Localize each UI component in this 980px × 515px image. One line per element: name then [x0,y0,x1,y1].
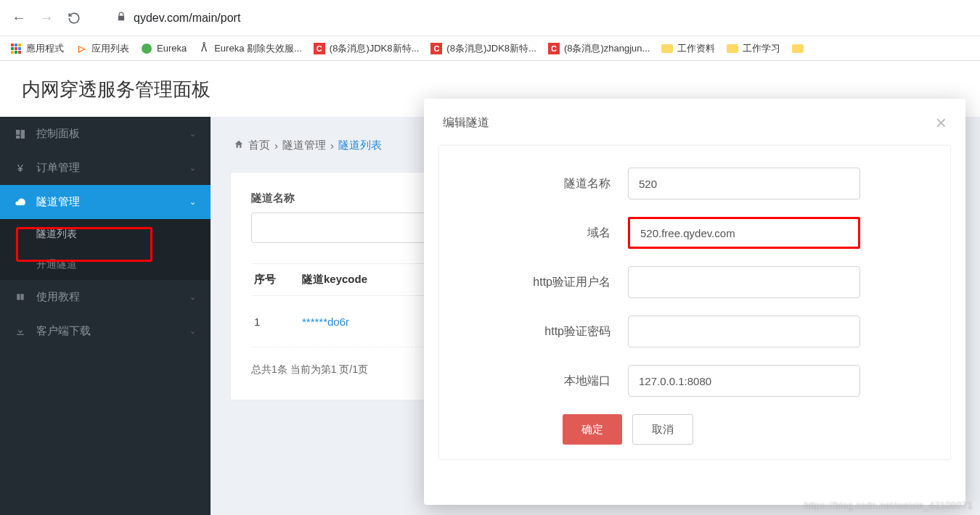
modal-title: 编辑隧道 [443,115,489,131]
bookmark-folder[interactable]: 工作资料 [661,42,715,55]
chevron-down-icon: ⌄ [189,326,196,336]
chevron-down-icon: ⌄ [189,197,196,207]
breadcrumb-mid[interactable]: 隧道管理 [282,139,326,152]
bookmark-item[interactable]: ᐰEureka 剔除失效服... [198,42,302,55]
edit-tunnel-modal: 编辑隧道 × 隧道名称 域名 http验证用户名 http验证密码 本地端口 确… [424,99,965,505]
dashboard-icon [15,128,26,140]
sidebar-item-download[interactable]: 客户端下载 ⌄ [0,314,211,348]
tunnel-name-input[interactable] [628,168,860,199]
bookmark-item[interactable]: C(8条消息)zhangjun... [548,42,650,55]
bookmark-apps[interactable]: 應用程式 [10,42,64,55]
sidebar: 控制面板 ⌄ ¥ 订单管理 ⌄ 隧道管理 ⌄ 隧道列表 开通隧道 使用教程 ⌄ … [0,117,211,515]
sidebar-item-orders[interactable]: ¥ 订单管理 ⌄ [0,151,211,185]
http-user-input[interactable] [628,266,860,298]
field-label-httppass: http验证密码 [454,324,628,339]
http-pass-input[interactable] [628,316,860,347]
local-port-input[interactable] [628,365,860,397]
close-icon[interactable]: × [936,113,947,132]
confirm-button[interactable]: 确定 [563,414,622,445]
lock-icon [116,12,126,24]
yen-icon: ¥ [15,162,26,174]
breadcrumb-leaf[interactable]: 隧道列表 [338,139,382,152]
reload-button[interactable] [64,8,84,28]
sidebar-item-dashboard[interactable]: 控制面板 ⌄ [0,117,211,151]
sidebar-item-tunnel[interactable]: 隧道管理 ⌄ [0,185,211,219]
browser-toolbar: ← → qydev.com/main/port [0,0,980,36]
sidebar-sub-tunnel-list[interactable]: 隧道列表 [0,219,211,250]
bookmark-item[interactable]: C(8条消息)JDK8新特... [314,42,420,55]
chevron-down-icon: ⌄ [189,292,196,302]
bookmark-item[interactable]: C(8条消息)JDK8新特... [430,42,536,55]
address-bar[interactable]: qydev.com/main/port [106,7,971,29]
bookmarks-bar: 應用程式 ▷应用列表 Eureka ᐰEureka 剔除失效服... C(8条消… [0,36,980,61]
field-label-httpuser: http验证用户名 [454,275,628,290]
chevron-down-icon: ⌄ [189,163,196,173]
field-label-name: 隧道名称 [454,176,628,191]
book-icon [15,292,26,303]
sidebar-item-docs[interactable]: 使用教程 ⌄ [0,280,211,314]
home-icon [234,139,244,152]
cloud-icon [15,197,26,208]
watermark: https://blog.csdn.net/weixin_42109071 [804,500,973,511]
url-text: qydev.com/main/port [134,12,240,25]
bookmark-item[interactable]: Eureka [141,43,187,54]
breadcrumb-home[interactable]: 首页 [248,139,270,152]
cancel-button[interactable]: 取消 [632,414,693,445]
forward-button[interactable]: → [36,8,57,28]
field-label-localport: 本地端口 [454,374,628,389]
domain-input[interactable] [628,217,860,249]
keycode-link[interactable]: ******do6r [302,316,349,328]
bookmark-folder[interactable] [792,43,804,54]
bookmark-folder[interactable]: 工作学习 [727,42,780,55]
bookmark-item[interactable]: ▷应用列表 [75,42,129,55]
field-label-domain: 域名 [454,226,628,241]
sidebar-sub-tunnel-create[interactable]: 开通隧道 [0,250,211,280]
download-icon [15,326,26,337]
back-button[interactable]: ← [9,8,29,28]
chevron-down-icon: ⌄ [189,129,196,139]
